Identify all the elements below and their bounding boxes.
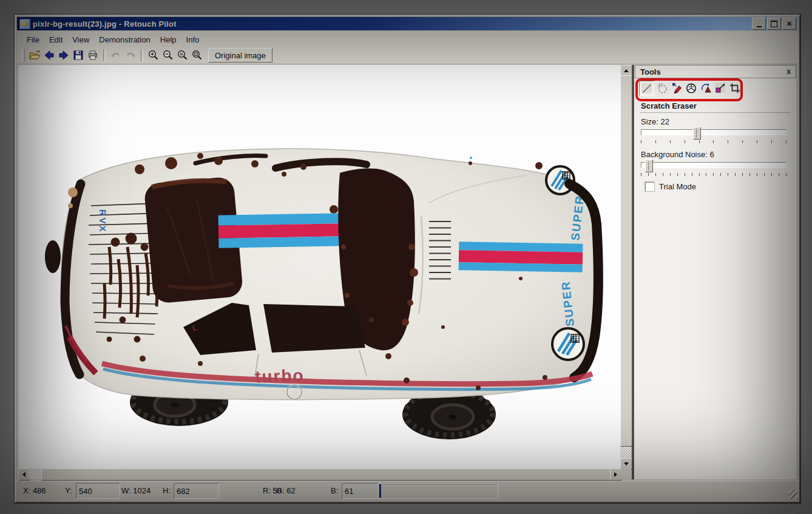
- hood-stripe: [459, 242, 583, 272]
- turbo-text: turbo: [255, 366, 305, 387]
- horizontal-scrollbar[interactable]: [18, 468, 620, 479]
- menu-view[interactable]: View: [67, 33, 94, 46]
- status-g: G: 62: [276, 486, 296, 495]
- menu-demonstration[interactable]: Demonstration: [94, 33, 155, 46]
- app-icon: [19, 19, 30, 29]
- trial-mode-checkbox[interactable]: [645, 182, 654, 191]
- status-bar: X: 486 Y: 540 W: 1024 H: 682 R: 58 G: 62…: [16, 481, 799, 500]
- toolbar-grip: [22, 49, 25, 61]
- size-slider-ticks: [641, 140, 787, 143]
- open-icon[interactable]: [27, 48, 42, 63]
- section-divider: [640, 112, 790, 113]
- vertical-scrollbar[interactable]: [620, 65, 631, 468]
- undo-icon[interactable]: [109, 48, 123, 63]
- horizontal-scroll-thumb[interactable]: [41, 468, 611, 481]
- progress-panel: [378, 483, 498, 499]
- zoom-out-icon[interactable]: [161, 48, 175, 63]
- retouch-pen-tool[interactable]: [669, 81, 683, 95]
- image-canvas[interactable]: RVX: [18, 65, 620, 468]
- status-w: W: 1024: [121, 486, 151, 495]
- trial-mode-row: Trial Mode: [645, 182, 696, 191]
- zoom-actual-icon[interactable]: [190, 48, 205, 63]
- tools-panel-header: Tools x: [635, 65, 796, 78]
- tool-icon-row: [639, 81, 742, 96]
- car-body: [61, 149, 600, 400]
- menu-file[interactable]: File: [22, 33, 44, 46]
- resize-tool[interactable]: [713, 81, 727, 95]
- forward-icon[interactable]: [56, 48, 71, 63]
- crop-tool[interactable]: [728, 81, 742, 95]
- noise-label: Background Noise: 6: [641, 150, 714, 159]
- vertical-scroll-thumb[interactable]: [620, 75, 632, 447]
- status-y-value-box: 540: [76, 483, 120, 499]
- noise-slider-thumb[interactable]: [645, 160, 653, 172]
- tools-panel-title: Tools: [640, 67, 787, 76]
- status-h-label: H:: [163, 486, 171, 495]
- minimize-button[interactable]: [752, 18, 766, 30]
- menu-bar: File Edit View Demonstration Help Info: [17, 32, 798, 47]
- save-icon[interactable]: [71, 48, 86, 63]
- back-icon[interactable]: [42, 48, 56, 63]
- zoom-in-icon[interactable]: [146, 48, 161, 63]
- wheel-logo-bottom: [552, 328, 584, 360]
- window-title: pixlr-bg-result(23).jpg - Retouch Pilot: [33, 19, 751, 29]
- smart-patch-tool[interactable]: [655, 81, 669, 95]
- size-slider-track[interactable]: [641, 129, 787, 135]
- toolbar: Original image: [17, 47, 798, 64]
- tools-panel: Tools x: [635, 65, 796, 479]
- photo-toy-car: RVX: [18, 65, 620, 468]
- zoom-reduce-icon[interactable]: [175, 48, 190, 63]
- rotate-tool[interactable]: [699, 81, 712, 95]
- menu-help[interactable]: Help: [155, 33, 181, 46]
- active-tool-title: Scratch Eraser: [641, 101, 697, 110]
- redo-icon[interactable]: [123, 48, 138, 63]
- tools-panel-close-icon[interactable]: x: [787, 67, 791, 76]
- maximize-button[interactable]: [767, 18, 781, 30]
- rvx-text: RVX: [98, 209, 108, 234]
- noise-slider-track[interactable]: [641, 162, 787, 168]
- status-h-value-box: 682: [174, 483, 219, 499]
- original-image-button[interactable]: Original image: [208, 48, 272, 63]
- resize-grip[interactable]: [789, 490, 798, 499]
- roof-stripe: [218, 213, 343, 248]
- status-y-label: Y:: [65, 486, 72, 495]
- door-window: [263, 304, 365, 353]
- print-icon[interactable]: [86, 48, 100, 63]
- ellipse-tool[interactable]: [684, 81, 698, 95]
- size-slider-thumb[interactable]: [693, 127, 701, 140]
- scrollbar-corner: [620, 468, 631, 479]
- size-label: Size: 22: [641, 117, 669, 126]
- toolbar-separator: [103, 49, 106, 61]
- close-button[interactable]: ✕: [782, 18, 796, 30]
- trial-mode-label: Trial Mode: [659, 182, 696, 191]
- noise-slider-ticks: [641, 173, 787, 176]
- toolbar-separator: [141, 49, 143, 61]
- menu-edit[interactable]: Edit: [44, 33, 67, 46]
- app-window: pixlr-bg-result(23).jpg - Retouch Pilot …: [15, 15, 800, 503]
- scratch-eraser-tool[interactable]: [639, 81, 654, 96]
- menu-info[interactable]: Info: [181, 33, 205, 46]
- title-bar[interactable]: pixlr-bg-result(23).jpg - Retouch Pilot …: [17, 17, 798, 30]
- status-x: X: 486: [23, 486, 46, 495]
- status-b-label: B:: [331, 486, 338, 495]
